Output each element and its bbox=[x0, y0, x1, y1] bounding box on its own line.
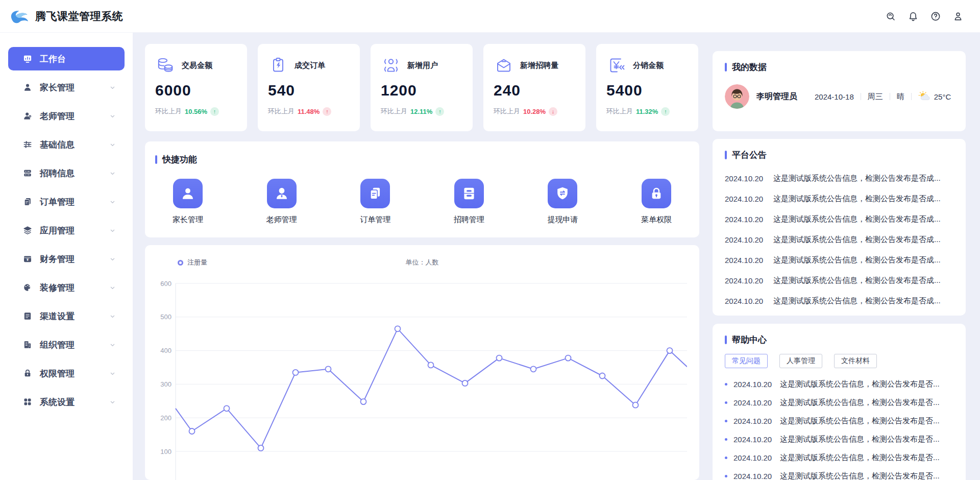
current-date: 2024-10-18 bbox=[815, 92, 854, 101]
chevron-down-icon bbox=[109, 170, 116, 177]
help-tab-documents[interactable]: 文件材料 bbox=[834, 354, 877, 368]
sidebar-item-label: 家长管理 bbox=[40, 82, 109, 93]
chevron-down-icon bbox=[109, 313, 116, 320]
notice-item[interactable]: 2024.10.20这是测试版系统公告信息，检测公告发布是否成... bbox=[725, 270, 953, 291]
stat-card-transaction-amount: 交易金额6000环比上月10.56%↑ bbox=[145, 44, 247, 131]
stat-title: 新增招聘量 bbox=[520, 61, 558, 70]
notice-text: 这是测试版系统公告信息，检测公告发布是否成... bbox=[773, 214, 941, 224]
sidebar-item-organization-management[interactable]: 组织管理 bbox=[8, 333, 125, 356]
divider bbox=[890, 93, 890, 100]
sidebar-item-label: 基础信息 bbox=[40, 139, 109, 151]
stat-title: 新增用户 bbox=[407, 61, 438, 70]
temperature: 25°C bbox=[934, 92, 951, 101]
sidebar-item-app-management[interactable]: 应用管理 bbox=[8, 219, 125, 242]
sidebar-item-teacher-management[interactable]: 老师管理 bbox=[8, 104, 125, 128]
help-item-date: 2024.10.20 bbox=[733, 380, 772, 389]
stat-value: 540 bbox=[268, 82, 350, 99]
notice-item[interactable]: 2024.10.20这是测试版系统公告信息，检测公告发布是否成... bbox=[725, 291, 953, 311]
help-item[interactable]: 2024.10.20这是测试版系统公告信息，检测公告发布是否... bbox=[725, 412, 953, 430]
notice-date: 2024.10.20 bbox=[725, 297, 763, 305]
chevron-down-icon bbox=[109, 227, 116, 234]
notice-item[interactable]: 2024.10.20这是测试版系统公告信息，检测公告发布是否成... bbox=[725, 168, 953, 188]
bullet-icon bbox=[725, 438, 727, 441]
bullet-icon bbox=[725, 420, 727, 422]
svg-text:100: 100 bbox=[160, 448, 172, 455]
profile-button[interactable] bbox=[951, 10, 965, 23]
help-item[interactable]: 2024.10.20这是测试版系统公告信息，检测公告发布是否... bbox=[725, 375, 953, 393]
recruit-mail-icon bbox=[494, 55, 514, 76]
sidebar-item-recruitment-info[interactable]: 招聘信息 bbox=[8, 161, 125, 185]
sidebar-item-system-settings[interactable]: 系统设置 bbox=[8, 390, 125, 414]
weekday: 周三 bbox=[868, 92, 883, 102]
stat-value: 240 bbox=[494, 82, 575, 99]
search-button[interactable] bbox=[884, 10, 897, 23]
help-tab-hr-management[interactable]: 人事管理 bbox=[779, 354, 822, 368]
sidebar-item-order-management[interactable]: 订单管理 bbox=[8, 190, 125, 213]
yuan-icon bbox=[606, 55, 627, 76]
workbench-icon bbox=[22, 54, 33, 64]
notice-item[interactable]: 2024.10.20这是测试版系统公告信息，检测公告发布是否成... bbox=[725, 209, 953, 229]
sidebar-item-parent-management[interactable]: 家长管理 bbox=[8, 76, 125, 99]
notice-item[interactable]: 2024.10.20这是测试版系统公告信息，检测公告发布是否成... bbox=[725, 229, 953, 250]
quick-action-teacher-management[interactable]: 老师管理 bbox=[266, 179, 297, 225]
notice-item[interactable]: 2024.10.20这是测试版系统公告信息，检测公告发布是否成... bbox=[725, 188, 953, 209]
sidebar-item-finance-management[interactable]: ¥财务管理 bbox=[8, 247, 125, 271]
help-item[interactable]: 2024.10.20这是测试版系统公告信息，检测公告发布是否... bbox=[725, 393, 953, 412]
quick-action-parent-management[interactable]: 家长管理 bbox=[173, 179, 203, 225]
building-icon bbox=[22, 340, 33, 350]
compare-label: 环比上月 bbox=[494, 107, 520, 116]
sidebar-item-workbench[interactable]: 工作台 bbox=[8, 47, 125, 70]
notice-text: 这是测试版系统公告信息，检测公告发布是否成... bbox=[773, 194, 941, 204]
help-button[interactable] bbox=[929, 10, 942, 23]
sidebar-item-label: 订单管理 bbox=[40, 196, 109, 208]
server-icon bbox=[22, 168, 33, 178]
stat-compare-row: 环比上月10.56%↑ bbox=[155, 107, 237, 116]
notice-item[interactable]: 2024.10.20这是测试版系统公告信息，检测公告发布是否成... bbox=[725, 250, 953, 270]
bullet-icon bbox=[725, 401, 727, 404]
chart-legend-registrations[interactable]: 注册量 bbox=[178, 258, 207, 267]
grid-icon bbox=[22, 397, 33, 407]
quick-action-order-management[interactable]: 订单管理 bbox=[360, 179, 390, 225]
quick-action-withdrawal-request[interactable]: 提现申请 bbox=[547, 179, 578, 225]
stat-card-header: 新增招聘量 bbox=[494, 55, 575, 76]
bullet-icon bbox=[725, 457, 727, 459]
platform-notices-title: 平台公告 bbox=[732, 149, 767, 161]
help-item[interactable]: 2024.10.20这是测试版系统公告信息，检测公告发布是否... bbox=[725, 448, 953, 467]
quick-functions-card: 快捷功能 家长管理老师管理订单管理招聘管理提现申请菜单权限 bbox=[145, 141, 699, 237]
quick-action-label: 招聘管理 bbox=[454, 215, 484, 225]
sidebar-item-label: 应用管理 bbox=[40, 225, 109, 236]
sidebar-item-permission-management[interactable]: 权限管理 bbox=[8, 362, 125, 385]
compare-percent: 11.48% bbox=[298, 108, 320, 115]
main-content: 交易金额6000环比上月10.56%↑成交订单540环比上月11.48%↑新增用… bbox=[145, 44, 699, 480]
sidebar-item-basic-info[interactable]: 基础信息 bbox=[8, 133, 125, 156]
help-tab-faq[interactable]: 常见问题 bbox=[725, 354, 768, 368]
quick-action-menu-permission[interactable]: 菜单权限 bbox=[641, 179, 672, 225]
my-data-title: 我的数据 bbox=[732, 61, 767, 73]
quick-action-label: 提现申请 bbox=[547, 215, 578, 225]
my-data-card: 我的数据 李明管理员 2024-10-18 周三 晴 25°C bbox=[713, 51, 966, 131]
notice-date: 2024.10.20 bbox=[725, 235, 763, 244]
sidebar-item-decoration-management[interactable]: 装修管理 bbox=[8, 276, 125, 299]
notice-text: 这是测试版系统公告信息，检测公告发布是否成... bbox=[773, 296, 941, 306]
sidebar-item-label: 组织管理 bbox=[40, 339, 109, 351]
date-weather-group: 2024-10-18 周三 晴 25°C bbox=[815, 91, 951, 102]
help-item-text: 这是测试版系统公告信息，检测公告发布是否... bbox=[780, 453, 940, 463]
compare-label: 环比上月 bbox=[606, 107, 633, 116]
layers-icon bbox=[22, 225, 33, 235]
quick-action-recruitment-management[interactable]: 招聘管理 bbox=[454, 179, 484, 225]
chevron-down-icon bbox=[109, 112, 116, 120]
app-title: 腾飞课堂管理系统 bbox=[35, 9, 123, 23]
lock-icon bbox=[22, 368, 33, 378]
compare-percent: 10.56% bbox=[185, 108, 207, 115]
help-item-date: 2024.10.20 bbox=[733, 417, 772, 425]
help-item[interactable]: 2024.10.20这是测试版系统公告信息，检测公告发布是否... bbox=[725, 467, 953, 480]
wallet-icon: ¥ bbox=[22, 254, 33, 264]
stat-compare-row: 环比上月10.28%↓ bbox=[494, 107, 575, 116]
notifications-button[interactable] bbox=[906, 10, 920, 23]
sidebar-item-channel-settings[interactable]: 渠道设置 bbox=[8, 304, 125, 328]
compare-label: 环比上月 bbox=[155, 107, 182, 116]
compare-percent: 11.32% bbox=[636, 108, 658, 115]
help-item[interactable]: 2024.10.20这是测试版系统公告信息，检测公告发布是否... bbox=[725, 430, 953, 448]
compare-percent: 12.11% bbox=[410, 108, 432, 115]
divider bbox=[861, 93, 861, 100]
